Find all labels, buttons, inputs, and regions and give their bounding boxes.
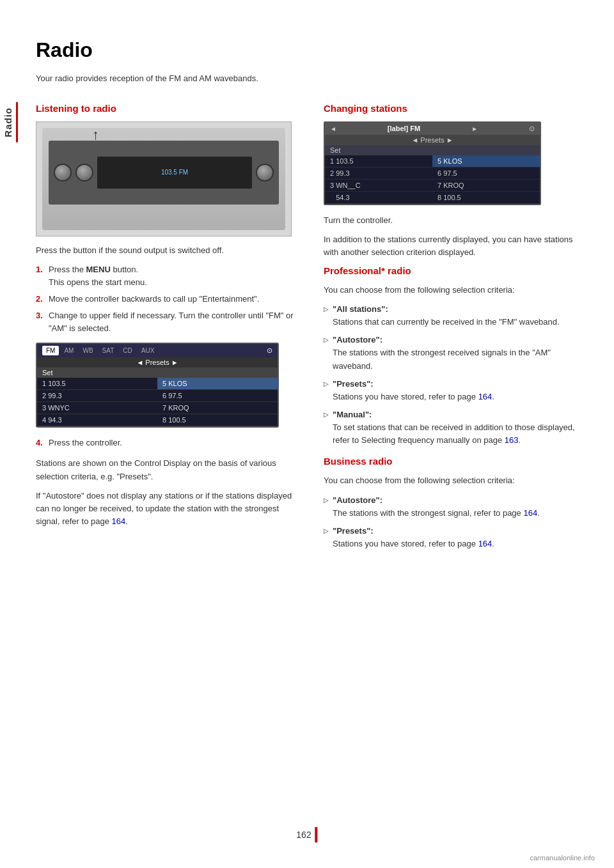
professional-bullet-2: "Autostore": The stations with the stron… <box>324 334 588 372</box>
professional-bullets: "All stations": Stations that can curren… <box>324 303 588 447</box>
tab-sat: SAT <box>98 346 118 355</box>
s2-station-2: 2 99.3 <box>325 167 432 180</box>
step-2-num: 2. <box>36 293 46 306</box>
tab-aux: AUX <box>138 346 159 355</box>
changing-description: In addition to the stations currently di… <box>324 233 588 259</box>
s2-station-6: 6 97.5 <box>432 167 540 180</box>
screen-1-header: FM AM WB SAT CD AUX ⊙ <box>37 344 278 357</box>
professional-bullet-3: "Presets": Stations you have stored, ref… <box>324 378 588 403</box>
radio-arrow: ↑ <box>92 127 99 143</box>
screen-1-icon: ⊙ <box>267 346 272 355</box>
step-4: 4. Press the controller. <box>36 437 304 449</box>
s2-station-8: 8 100.5 <box>432 192 540 204</box>
business-bullet-1-body: The stations with the strongest signal, … <box>333 508 540 518</box>
radio-image: ↑ 103.5 FM <box>36 121 292 236</box>
professional-bullet-3-title: "Presets": <box>333 379 374 389</box>
radio-knob-3 <box>256 164 274 182</box>
business-bullet-1-title: "Autostore": <box>333 495 382 505</box>
business-bullets: "Autostore": The stations with the stron… <box>324 494 588 551</box>
radio-display-text: 103.5 FM <box>161 169 188 176</box>
screen-2-top: ◄ [label] FM ► ⊙ <box>325 123 540 135</box>
link-164-3[interactable]: 164 <box>523 508 537 518</box>
business-bullet-2-body: Stations you have stored, refer to page … <box>333 539 494 548</box>
side-tab-label: Radio <box>0 102 18 143</box>
tab-wb: WB <box>79 346 97 355</box>
after-step4-para1: Stations are shown on the Control Displa… <box>36 457 304 483</box>
screen-2-grid: 1 103.5 5 KLOS 2 99.3 6 97.5 3 WN__C 7 K… <box>325 155 540 204</box>
step-1-num: 1. <box>36 263 46 289</box>
before-steps-text: Press the button if the sound output is … <box>36 244 304 257</box>
right-column: Changing stations ◄ [label] FM ► ⊙ ◄ Pre… <box>324 103 588 560</box>
step-3: 3. Change to upper field if necessary. T… <box>36 309 304 335</box>
link-164-4[interactable]: 164 <box>478 539 492 548</box>
screen-2-set: Set <box>325 145 540 155</box>
station-1: 1 103.5 <box>37 378 157 390</box>
professional-bullet-2-body: The stations with the strongest received… <box>333 348 551 370</box>
radio-knob-1 <box>54 164 72 182</box>
after-step4-para2: If "Autostore" does not display any stat… <box>36 490 304 528</box>
left-column: Listening to radio ↑ 103.5 FM <box>36 103 304 560</box>
screen-2-arrow-right: ► <box>471 125 478 132</box>
tab-cd: CD <box>119 346 136 355</box>
step-1: 1. Press the MENU button.This opens the … <box>36 263 304 289</box>
radio-display: 103.5 FM <box>97 157 252 189</box>
two-col-layout: Listening to radio ↑ 103.5 FM <box>36 103 588 560</box>
link-163[interactable]: 163 <box>505 435 519 445</box>
tab-fm: FM <box>42 346 59 355</box>
changing-instruction: Turn the controller. <box>324 214 588 227</box>
station-2: 2 99.3 <box>37 390 157 402</box>
s2-station-5: 5 KLOS <box>432 155 540 167</box>
s2-station-3: 3 WN__C <box>325 180 432 192</box>
professional-bullet-1-title: "All stations": <box>333 304 388 314</box>
link-164-1[interactable]: 164 <box>112 516 126 526</box>
step-4-num: 4. <box>36 437 46 449</box>
professional-bullet-4-body: To set stations that can be received in … <box>333 422 575 445</box>
business-bullet-2: "Presets": Stations you have stored, ref… <box>324 525 588 550</box>
professional-intro: You can choose from the following select… <box>324 284 588 297</box>
side-tab: Radio <box>0 0 23 868</box>
professional-heading: Professional* radio <box>324 265 588 276</box>
station-8: 8 100.5 <box>157 414 278 426</box>
business-bullet-2-title: "Presets": <box>333 526 374 536</box>
business-bullet-1: "Autostore": The stations with the stron… <box>324 494 588 520</box>
step-2: 2. Move the controller backwards to call… <box>36 293 304 306</box>
intro-text: Your radio provides reception of the FM … <box>36 72 304 85</box>
page-number: 162 <box>296 830 311 840</box>
professional-bullet-3-body: Stations you have stored, refer to page … <box>333 392 494 401</box>
page-container: Radio Radio Your radio provides receptio… <box>0 0 614 868</box>
station-3: 3 WNYC <box>37 402 157 414</box>
business-intro: You can choose from the following select… <box>324 474 588 487</box>
radio-panel: ↑ 103.5 FM <box>49 141 279 205</box>
steps-list-2: 4. Press the controller. <box>36 437 304 449</box>
professional-bullet-1: "All stations": Stations that can curren… <box>324 303 588 329</box>
link-164-2[interactable]: 164 <box>478 392 492 401</box>
screen-1-tabs: FM AM WB SAT CD AUX <box>42 346 158 355</box>
s2-station-1: 1 103.5 <box>325 155 432 167</box>
changing-heading: Changing stations <box>324 103 588 114</box>
s2-station-7: 7 KROQ <box>432 180 540 192</box>
step-3-num: 3. <box>36 309 46 335</box>
watermark: carmanualonline.info <box>530 854 595 862</box>
screen-1: FM AM WB SAT CD AUX ⊙ ◄ Presets ► Set 1 … <box>36 343 279 428</box>
screen-1-stations: 1 103.5 5 KLOS 2 99.3 6 97.5 3 WNYC 7 KR… <box>37 378 278 426</box>
radio-image-inner: ↑ 103.5 FM <box>42 128 285 230</box>
station-4: 4 94.3 <box>37 414 157 426</box>
step-1-content: Press the MENU button.This opens the sta… <box>49 263 304 289</box>
page-bar <box>315 827 318 842</box>
business-heading: Business radio <box>324 456 588 467</box>
screen-2-label: [label] FM <box>388 125 420 132</box>
screen-2-presets: ◄ Presets ► <box>325 135 540 145</box>
page-footer: 162 <box>296 827 317 842</box>
screen-2: ◄ [label] FM ► ⊙ ◄ Presets ► Set 1 103.5… <box>324 121 541 205</box>
station-5: 5 KLOS <box>157 378 278 390</box>
radio-knob-2 <box>75 164 93 182</box>
step-2-content: Move the controller backwards to call up… <box>49 293 304 306</box>
step-4-content: Press the controller. <box>49 437 304 449</box>
page-title: Radio <box>36 38 588 62</box>
station-6: 6 97.5 <box>157 390 278 402</box>
station-7: 7 KROQ <box>157 402 278 414</box>
tab-am: AM <box>60 346 77 355</box>
step-3-content: Change to upper field if necessary. Turn… <box>49 309 304 335</box>
screen-2-arrow-left: ◄ <box>330 125 336 132</box>
main-content: Radio Your radio provides reception of t… <box>23 0 614 868</box>
